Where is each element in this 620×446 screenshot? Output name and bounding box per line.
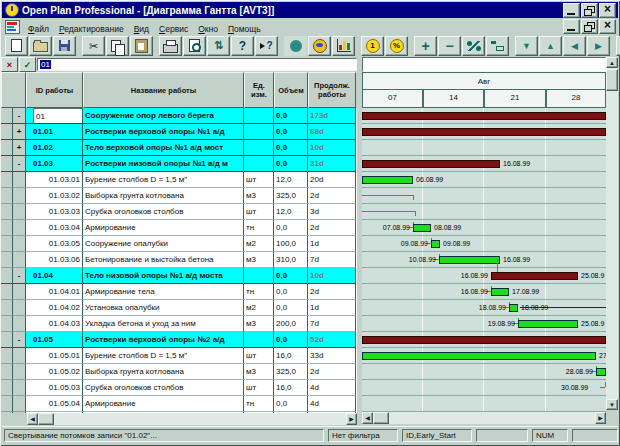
- cell-id[interactable]: 01.03.03: [26, 204, 83, 220]
- cell-id[interactable]: 01.05.03: [26, 380, 83, 396]
- task-bar[interactable]: [362, 352, 596, 360]
- table-row-01.04[interactable]: -01.04Тело низовой опоры №1 а/д моста0,0…: [1, 268, 357, 284]
- cell-unit[interactable]: м3: [244, 252, 274, 268]
- cell-id[interactable]: 01.03.01: [26, 172, 83, 188]
- resources-button[interactable]: [308, 36, 331, 56]
- new-document-button[interactable]: [5, 36, 28, 56]
- scroll-up-arrow[interactable]: ▲: [606, 57, 618, 68]
- cell-id[interactable]: 01.04.02: [26, 300, 83, 316]
- table-row-01.04.01[interactable]: 01.04.01Армирование телатн0,02d: [1, 284, 357, 300]
- cell-name[interactable]: Армирование: [83, 220, 244, 236]
- task-bar[interactable]: [413, 224, 431, 232]
- cell-unit[interactable]: тн: [244, 396, 274, 412]
- table-row-01.03.01[interactable]: 01.03.01Бурение столбов D = 1,5 м"шт12,0…: [1, 172, 357, 188]
- cell-id[interactable]: 01.03.04: [26, 220, 83, 236]
- cell-duration[interactable]: 7d: [308, 252, 356, 268]
- task-bar[interactable]: [362, 176, 413, 184]
- cell-unit[interactable]: [244, 332, 274, 348]
- cell-volume[interactable]: 12,0: [274, 172, 308, 188]
- summary-bar[interactable]: [362, 336, 606, 344]
- cell-id[interactable]: 01.03: [26, 156, 83, 172]
- cell-unit[interactable]: шт: [244, 348, 274, 364]
- task-bar[interactable]: [509, 304, 518, 312]
- cell-unit[interactable]: тн: [244, 284, 274, 300]
- task-bar[interactable]: [518, 320, 578, 328]
- cell-id[interactable]: 01.03.06: [26, 252, 83, 268]
- gantt-vertical-scrollbar[interactable]: ▲ ▼: [606, 57, 618, 410]
- cell-duration[interactable]: 4d: [308, 380, 356, 396]
- cell-name[interactable]: Ростверки верховой опоры №1 а/д: [83, 124, 244, 140]
- table-row-01[interactable]: -01Сооружение опор левого берега0,0173d: [1, 108, 357, 124]
- cell-volume[interactable]: 325,0: [274, 364, 308, 380]
- cell-name[interactable]: Сооружение опор левого берега: [83, 108, 244, 124]
- table-row-01.03[interactable]: -01.03Ростверки низовой опоры №1 а/д м0,…: [1, 156, 357, 172]
- cell-volume[interactable]: 200,0: [274, 316, 308, 332]
- scroll-thumb[interactable]: [373, 412, 389, 424]
- print-button[interactable]: [159, 36, 182, 56]
- open-project-button[interactable]: [29, 36, 52, 56]
- cell-name[interactable]: Армирование: [83, 396, 244, 412]
- cell-volume[interactable]: 0,0: [274, 140, 308, 156]
- cell-duration[interactable]: 2d: [308, 364, 356, 380]
- cell-unit[interactable]: м3: [244, 316, 274, 332]
- outline-toggle[interactable]: -: [13, 268, 26, 284]
- table-row-01.05.03[interactable]: 01.05.03Срубка оголовков столбовшт16,04d: [1, 380, 357, 396]
- cell-volume[interactable]: 0,0: [274, 108, 308, 124]
- scroll-thumb[interactable]: [38, 413, 54, 425]
- cell-id[interactable]: 01.05.02: [26, 364, 83, 380]
- cell-volume[interactable]: 0,0: [274, 284, 308, 300]
- summary-bar[interactable]: [362, 112, 606, 120]
- cell-id[interactable]: 01.02: [26, 140, 83, 156]
- data-exchange-button[interactable]: ⇅: [207, 36, 230, 56]
- cell-duration[interactable]: 2d: [308, 188, 356, 204]
- scroll-right-arrow[interactable]: ▶: [346, 413, 357, 425]
- cell-unit[interactable]: тн: [244, 220, 274, 236]
- paste-button[interactable]: [130, 36, 153, 56]
- summary-bar[interactable]: [491, 272, 578, 280]
- histogram-button[interactable]: [332, 36, 355, 56]
- cell-duration[interactable]: 1d: [308, 300, 356, 316]
- gantt-horizontal-scrollbar[interactable]: ◀ ▶: [362, 412, 606, 424]
- cell-id[interactable]: 01.04.03: [26, 316, 83, 332]
- cell-id[interactable]: 01.03.05: [26, 236, 83, 252]
- menu-Сервис[interactable]: Сервис: [154, 23, 193, 35]
- cell-volume[interactable]: 12,0: [274, 204, 308, 220]
- scroll-left-arrow[interactable]: ◀: [362, 412, 373, 424]
- document-icon[interactable]: [5, 20, 20, 34]
- cell-volume[interactable]: 0,0: [274, 396, 308, 412]
- outline-toggle[interactable]: -: [13, 156, 26, 172]
- cell-unit[interactable]: [244, 108, 274, 124]
- cell-duration[interactable]: 3d: [308, 204, 356, 220]
- cost-button[interactable]: 1: [361, 36, 384, 56]
- outline-toggle[interactable]: +: [13, 140, 26, 156]
- cell-volume[interactable]: 0,0: [274, 332, 308, 348]
- cut-button[interactable]: ✂: [82, 36, 105, 56]
- make-subactivity-button[interactable]: [486, 36, 509, 56]
- cell-unit[interactable]: м3: [244, 188, 274, 204]
- help-button[interactable]: ?: [231, 36, 254, 56]
- move-up-button[interactable]: ▲: [539, 36, 562, 56]
- task-bar[interactable]: [596, 368, 606, 376]
- cell-duration[interactable]: 2d: [308, 284, 356, 300]
- cell-id[interactable]: 01.05.01: [26, 348, 83, 364]
- menu-Вид[interactable]: Вид: [129, 23, 154, 35]
- table-row-01.04.03[interactable]: 01.04.03Укладка бетона и уход за нимм320…: [1, 316, 357, 332]
- child-close-button[interactable]: [599, 19, 616, 34]
- cell-name[interactable]: Срубка оголовков столбов: [83, 380, 244, 396]
- cell-unit[interactable]: [244, 156, 274, 172]
- table-row-01.05.04[interactable]: 01.05.04Армированиетн0,04d: [1, 396, 357, 412]
- cell-id[interactable]: 01.05.04: [26, 396, 83, 412]
- cell-unit[interactable]: [244, 124, 274, 140]
- move-right-button[interactable]: ▶: [587, 36, 610, 56]
- cell-volume[interactable]: 0,0: [274, 268, 308, 284]
- cell-volume[interactable]: 310,0: [274, 252, 308, 268]
- cell-unit[interactable]: м3: [244, 364, 274, 380]
- cell-duration[interactable]: 1d: [308, 236, 356, 252]
- cell-duration[interactable]: 2d: [308, 220, 356, 236]
- cell-unit[interactable]: шт: [244, 380, 274, 396]
- cell-volume[interactable]: 100,0: [274, 236, 308, 252]
- outline-toggle[interactable]: +: [13, 124, 26, 140]
- outline-toggle[interactable]: -: [13, 108, 26, 124]
- cell-name[interactable]: Ростверки верховой опоры №2 а/д: [83, 332, 244, 348]
- cell-volume[interactable]: 16,0: [274, 348, 308, 364]
